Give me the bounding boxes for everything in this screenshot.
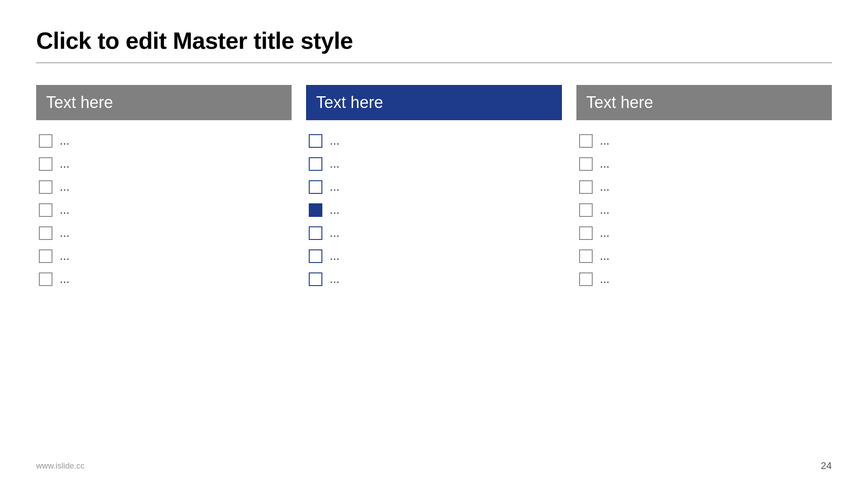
checkbox[interactable] (309, 180, 322, 194)
list-item[interactable]: ... (36, 244, 292, 267)
checkbox[interactable] (309, 272, 322, 286)
item-text: ... (60, 134, 70, 148)
list-item[interactable]: ... (306, 175, 561, 198)
item-text: ... (330, 272, 340, 286)
checkbox[interactable] (309, 203, 322, 217)
checkbox[interactable] (39, 157, 52, 171)
checkbox[interactable] (309, 226, 322, 240)
item-text: ... (600, 157, 610, 171)
checkbox[interactable] (309, 157, 322, 171)
list-item[interactable]: ... (306, 221, 561, 244)
list-item[interactable]: ... (576, 198, 832, 221)
checkbox[interactable] (39, 226, 52, 240)
checkbox[interactable] (579, 226, 593, 240)
checkbox[interactable] (309, 134, 322, 148)
column-3: Text here..................... (576, 85, 832, 291)
checkbox[interactable] (39, 272, 52, 286)
list-item[interactable]: ... (36, 198, 292, 221)
col2-header: Text here (306, 85, 561, 120)
item-text: ... (600, 272, 610, 286)
checkbox[interactable] (579, 249, 593, 263)
title-divider (36, 62, 832, 63)
list-item[interactable]: ... (306, 152, 561, 175)
item-text: ... (330, 134, 340, 148)
item-text: ... (330, 226, 340, 240)
columns-container: Text here.....................Text here.… (36, 85, 832, 291)
list-item[interactable]: ... (576, 244, 832, 267)
col3-header: Text here (576, 85, 832, 120)
footer-page: 24 (821, 460, 832, 472)
column-1: Text here..................... (36, 85, 292, 291)
list-item[interactable]: ... (306, 129, 561, 152)
item-text: ... (330, 157, 340, 171)
item-text: ... (330, 249, 340, 263)
list-item[interactable]: ... (576, 221, 832, 244)
list-item[interactable]: ... (36, 152, 292, 175)
slide: Click to edit Master title style Text he… (0, 0, 868, 488)
checkbox[interactable] (39, 203, 52, 217)
checkbox[interactable] (579, 203, 593, 217)
list-item[interactable]: ... (36, 267, 292, 291)
list-item[interactable]: ... (36, 175, 292, 198)
list-item[interactable]: ... (576, 129, 832, 152)
checkbox[interactable] (579, 180, 593, 194)
list-item[interactable]: ... (36, 221, 292, 244)
footer-url: www.islide.cc (36, 461, 85, 471)
slide-footer: www.islide.cc 24 (36, 460, 832, 472)
list-item[interactable]: ... (36, 129, 292, 152)
checkbox[interactable] (39, 180, 52, 194)
item-text: ... (60, 180, 70, 194)
item-text: ... (60, 157, 70, 171)
slide-title: Click to edit Master title style (36, 27, 832, 54)
item-text: ... (60, 272, 70, 286)
item-text: ... (600, 249, 610, 263)
checkbox[interactable] (579, 272, 593, 286)
column-2: Text here..................... (306, 85, 561, 291)
list-item[interactable]: ... (576, 267, 832, 291)
item-text: ... (330, 203, 340, 217)
item-text: ... (330, 180, 340, 194)
list-item[interactable]: ... (306, 244, 561, 267)
checkbox[interactable] (579, 134, 593, 148)
item-text: ... (600, 226, 610, 240)
checkbox[interactable] (39, 249, 52, 263)
list-item[interactable]: ... (576, 175, 832, 198)
item-text: ... (60, 203, 70, 217)
list-item[interactable]: ... (306, 198, 561, 221)
checkbox[interactable] (39, 134, 52, 148)
item-text: ... (60, 249, 70, 263)
item-text: ... (60, 226, 70, 240)
list-item[interactable]: ... (576, 152, 832, 175)
list-item[interactable]: ... (306, 267, 561, 291)
item-text: ... (600, 203, 610, 217)
item-text: ... (600, 180, 610, 194)
item-text: ... (600, 134, 610, 148)
checkbox[interactable] (309, 249, 322, 263)
col1-header: Text here (36, 85, 292, 120)
checkbox[interactable] (579, 157, 593, 171)
